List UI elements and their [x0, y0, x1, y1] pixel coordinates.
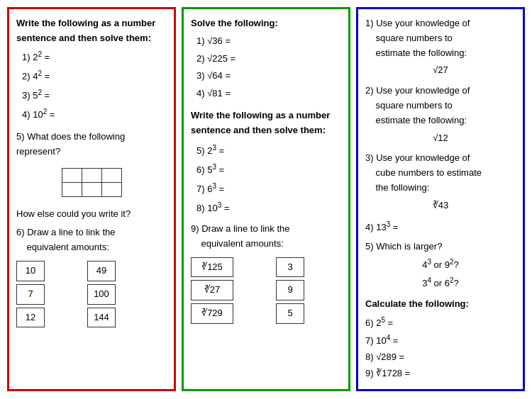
panel3-q1-val: √27 — [365, 63, 516, 78]
panel3-q5a: 43 or 92? — [365, 257, 516, 273]
panel2-match-row2: ∛27 9 — [191, 280, 341, 300]
panel1-item3: 3) 52 = — [22, 87, 167, 103]
panel3-q3-val: ∛43 — [365, 198, 516, 213]
panel1-right3: 144 — [87, 308, 116, 328]
panel2-match-row3: ∛729 5 — [191, 303, 341, 324]
panel3-q1: 1) Use your knowledge of square numbers … — [365, 16, 516, 60]
panel1-left1: 10 — [16, 261, 45, 281]
panel2-item3: 3) √64 = — [196, 69, 341, 84]
panel2-right3: 5 — [276, 303, 304, 324]
panel2-subtitle: Write the following as a number sentence… — [191, 108, 341, 138]
panel1-q6-label: How else could you write it? — [16, 207, 167, 222]
panel2-left3: ∛729 — [191, 303, 233, 324]
panel2-left2: ∛27 — [191, 280, 233, 300]
panel2-q9: 9) Draw a line to link the equivalent am… — [191, 222, 341, 252]
panel-green: Solve the following: 1) √36 = 2) √225 = … — [182, 7, 350, 391]
panel1-item4: 4) 102 = — [22, 106, 167, 123]
panel2-item2: 2) √225 = — [196, 52, 341, 67]
main-container: Write the following as a number sentence… — [7, 7, 525, 391]
panel3-q3: 3) Use your knowledge of cube numbers to… — [365, 151, 516, 195]
panel3-q5b: 34 or 62? — [365, 275, 516, 291]
panel1-grid — [62, 168, 122, 197]
panel1-q5: 5) What does the following represent? — [16, 130, 167, 159]
panel2-match-section: ∛125 3 ∛27 9 ∛729 5 — [191, 257, 341, 324]
panel2-item5: 5) 23 = — [196, 142, 341, 159]
panel1-match-row3: 12 144 — [16, 308, 167, 328]
panel1-match-section: 10 49 7 100 12 144 — [16, 261, 167, 327]
panel3-q7: 7) 104 = — [365, 332, 516, 349]
panel1-title: Write the following as a number sentence… — [16, 16, 167, 46]
panel3-q5: 5) Which is larger? — [365, 240, 516, 254]
panel1-item2: 2) 42 = — [22, 68, 167, 84]
panel1-left2: 7 — [16, 284, 45, 305]
panel3-q4: 4) 133 = — [365, 219, 516, 235]
panel3-q2: 2) Use your knowledge of square numbers … — [365, 84, 516, 128]
panel1-match-row2: 7 100 — [16, 284, 167, 305]
panel2-title: Solve the following: — [191, 16, 341, 31]
panel2-right1: 3 — [276, 257, 304, 278]
panel2-item1: 1) √36 = — [196, 34, 341, 49]
panel2-left1: ∛125 — [191, 257, 233, 278]
panel3-q6: 6) 25 = — [365, 315, 516, 331]
panel2-item4: 4) √81 = — [196, 86, 341, 101]
panel2-match-row1: ∛125 3 — [191, 257, 341, 278]
panel3-q8: 8) √289 = — [365, 350, 516, 365]
panel3-q2-val: √12 — [365, 131, 516, 146]
panel2-right2: 9 — [276, 280, 304, 300]
panel-blue: 1) Use your knowledge of square numbers … — [356, 7, 525, 391]
panel2-item8: 8) 103 = — [196, 200, 341, 216]
panel1-left3: 12 — [16, 308, 45, 328]
panel1-grid-wrapper — [16, 162, 167, 203]
panel-red: Write the following as a number sentence… — [7, 7, 176, 391]
panel1-item1: 1) 22 = — [22, 49, 167, 65]
panel1-q6b-label: 6) Draw a line to link the equivalent am… — [16, 225, 167, 255]
panel1-right1: 49 — [87, 261, 116, 281]
panel2-item6: 6) 53 = — [196, 162, 341, 178]
panel1-right2: 100 — [87, 284, 116, 305]
panel2-item7: 7) 63 = — [196, 181, 341, 197]
panel3-q9: 9) ∛1728 = — [365, 366, 516, 381]
panel3-q6-title: Calculate the following: — [365, 297, 516, 312]
panel1-match-row1: 10 49 — [16, 261, 167, 281]
